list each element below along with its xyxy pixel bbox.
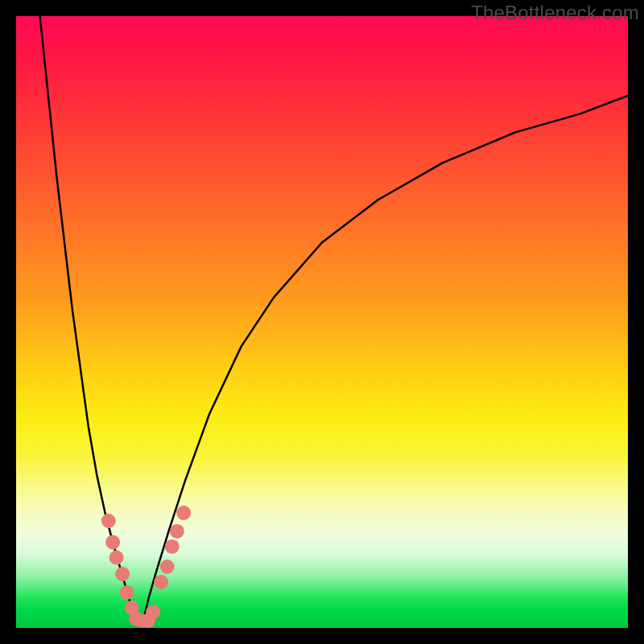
chart-frame: TheBottleneck.com <box>0 0 644 644</box>
curve-layer <box>40 16 628 621</box>
data-marker <box>115 567 130 581</box>
data-marker <box>154 575 168 589</box>
data-marker <box>101 514 116 528</box>
data-marker <box>120 585 134 600</box>
data-marker <box>165 539 180 554</box>
series-left-branch <box>40 16 137 621</box>
series-right-branch <box>141 96 628 622</box>
data-marker <box>160 559 175 574</box>
data-marker <box>170 524 184 539</box>
data-marker <box>109 551 124 565</box>
chart-svg <box>16 16 628 628</box>
data-marker <box>146 605 160 619</box>
watermark-text: TheBottleneck.com <box>471 2 639 24</box>
data-marker <box>105 535 120 550</box>
data-marker <box>176 506 191 520</box>
